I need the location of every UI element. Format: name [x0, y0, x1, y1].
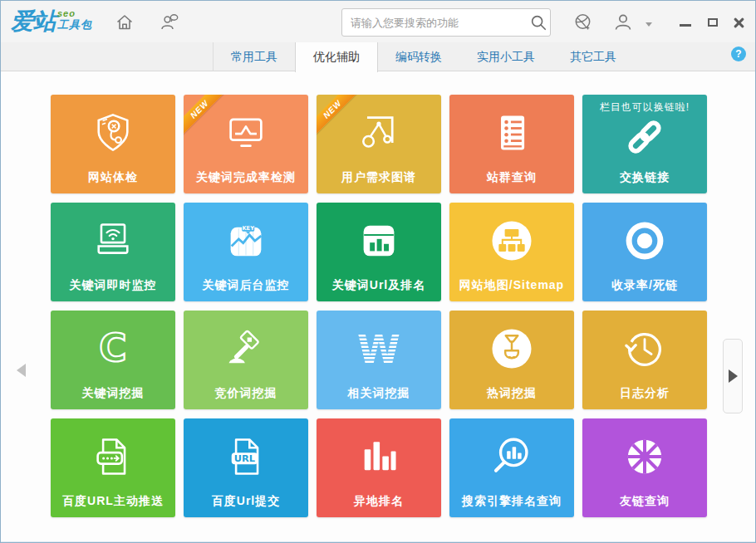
tile-log-analysis[interactable]: 日志分析 [582, 311, 707, 409]
caret-down-icon[interactable] [646, 22, 652, 27]
svg-text:URL: URL [234, 452, 255, 464]
tile-label: 站群查询 [449, 170, 574, 185]
sitemap-icon [449, 209, 574, 272]
tile-grid: 网站体检NEW关键词完成率检测NEW用户需求图谱站群查询栏目也可以换链啦!交换链… [51, 95, 707, 517]
scroll-right-arrow [729, 369, 738, 383]
tile-baidu-url-push[interactable]: 百度URL主动推送 [51, 418, 175, 517]
tile-label: 日志分析 [582, 386, 707, 401]
user-icon[interactable] [612, 12, 634, 33]
tab-bar: 常用工具优化辅助编码转换实用小工具其它工具 ? [1, 42, 755, 71]
tile-label: 百度Url提交 [184, 494, 308, 509]
tile-label: 相关词挖掘 [317, 386, 441, 401]
tile-friend-link-query[interactable]: 友链查询 [582, 418, 707, 517]
content-area: 网站体检NEW关键词完成率检测NEW用户需求图谱站群查询栏目也可以换链啦!交换链… [1, 71, 755, 541]
list-notebook-icon [449, 101, 574, 164]
shield-stethoscope-icon [51, 101, 175, 164]
tile-label: 网站体检 [51, 170, 175, 185]
svg-text:C: C [99, 326, 126, 370]
letter-w-icon: W [317, 317, 441, 380]
tile-label: 交换链接 [582, 170, 707, 185]
logo-sub-text: 工具包 [57, 18, 92, 31]
home-icon[interactable] [114, 12, 135, 33]
tile-label: 网站地图/Sitemap [449, 278, 574, 293]
tile-user-demand-map[interactable]: NEW用户需求图谱 [317, 95, 441, 193]
tab-common-tools[interactable]: 常用工具 [213, 42, 295, 71]
tile-label: 关键词Url及排名 [317, 278, 441, 293]
feedback-icon[interactable] [159, 12, 180, 33]
tile-related-word-mining[interactable]: W相关词挖掘 [317, 311, 441, 409]
document-url-icon: URL [184, 425, 308, 488]
tile-label: 用户需求图谱 [317, 170, 441, 185]
website-icon[interactable] [572, 12, 594, 33]
tab-other-tools[interactable]: 其它工具 [552, 42, 634, 71]
help-button[interactable]: ? [731, 46, 746, 61]
chain-link-icon [582, 111, 707, 163]
tile-sitemap[interactable]: 网站地图/Sitemap [449, 203, 574, 301]
app-logo: 爱站 seo 工具包 [11, 7, 92, 36]
tile-baidu-url-submit[interactable]: URL百度Url提交 [184, 418, 308, 517]
tile-index-rate-deadlink[interactable]: 收录率/死链 [582, 203, 707, 301]
tabs-container: 常用工具优化辅助编码转换实用小工具其它工具 [213, 42, 634, 71]
laptop-wifi-icon [51, 209, 175, 272]
tile-label: 搜索引擎排名查询 [449, 494, 574, 509]
search-icon[interactable] [527, 11, 550, 34]
tile-label: 关键词即时监控 [51, 278, 175, 293]
tab-encode-convert[interactable]: 编码转换 [378, 42, 459, 71]
search-box [341, 8, 551, 37]
tile-note: 栏目也可以换链啦! [582, 100, 707, 115]
logo-main-text: 爱站 [11, 7, 56, 36]
history-clock-icon [582, 317, 707, 380]
record-circle-icon [582, 209, 707, 272]
svg-text:KEY: KEY [242, 225, 254, 232]
wheel-icon [582, 425, 707, 488]
maximize-button[interactable] [704, 15, 721, 30]
letter-c-icon: C [51, 317, 175, 380]
gavel-icon [184, 317, 308, 380]
bars-icon [317, 425, 441, 488]
tile-label: 百度URL主动推送 [51, 494, 175, 509]
logo-seo-text: seo [57, 9, 92, 18]
tile-keyword-completion[interactable]: NEW关键词完成率检测 [184, 95, 308, 193]
tile-keyword-bg-monitor[interactable]: KEY关键词后台监控 [184, 203, 308, 301]
document-push-icon [51, 425, 175, 488]
minimize-button[interactable] [677, 15, 694, 30]
close-button[interactable] [730, 15, 747, 30]
tile-bidword-mining[interactable]: 竞价词挖掘 [184, 311, 308, 409]
scroll-right-button[interactable] [723, 339, 743, 413]
tile-site-group-query[interactable]: 站群查询 [449, 95, 574, 193]
chart-key-icon: KEY [184, 209, 308, 272]
tile-site-checkup[interactable]: 网站体检 [51, 95, 175, 193]
tile-label: 热词挖掘 [449, 386, 574, 401]
tile-remote-ranking[interactable]: 异地排名 [317, 418, 441, 517]
tile-keyword-live-monitor[interactable]: 关键词即时监控 [51, 203, 175, 301]
bar-card-icon [317, 209, 441, 272]
topbar: 爱站 seo 工具包 [1, 1, 755, 42]
scroll-left-arrow[interactable] [17, 364, 26, 377]
tile-label: 关键词挖掘 [51, 386, 175, 401]
tile-keyword-mining[interactable]: C关键词挖掘 [51, 311, 175, 409]
search-chart-icon [449, 425, 574, 488]
shovel-icon [449, 317, 574, 380]
tile-exchange-links[interactable]: 栏目也可以换链啦!交换链接 [582, 95, 707, 193]
tile-label: 友链查询 [582, 494, 707, 509]
tab-small-tools[interactable]: 实用小工具 [459, 42, 552, 71]
app-window: 爱站 seo 工具包 常用工具优化辅助编码转 [0, 0, 756, 543]
tab-optimize-assist[interactable]: 优化辅助 [295, 42, 378, 72]
search-input[interactable] [342, 17, 527, 29]
tile-label: 关键词后台监控 [184, 278, 308, 293]
tile-hotword-mining[interactable]: 热词挖掘 [449, 311, 574, 409]
tile-keyword-url-rank[interactable]: 关键词Url及排名 [317, 203, 441, 301]
logo-right: seo 工具包 [57, 9, 92, 31]
tile-se-rank-query[interactable]: 搜索引擎排名查询 [449, 418, 574, 517]
tile-label: 收录率/死链 [582, 278, 707, 293]
tile-label: 竞价词挖掘 [184, 386, 308, 401]
tile-label: 异地排名 [317, 494, 441, 509]
tile-label: 关键词完成率检测 [184, 170, 308, 185]
